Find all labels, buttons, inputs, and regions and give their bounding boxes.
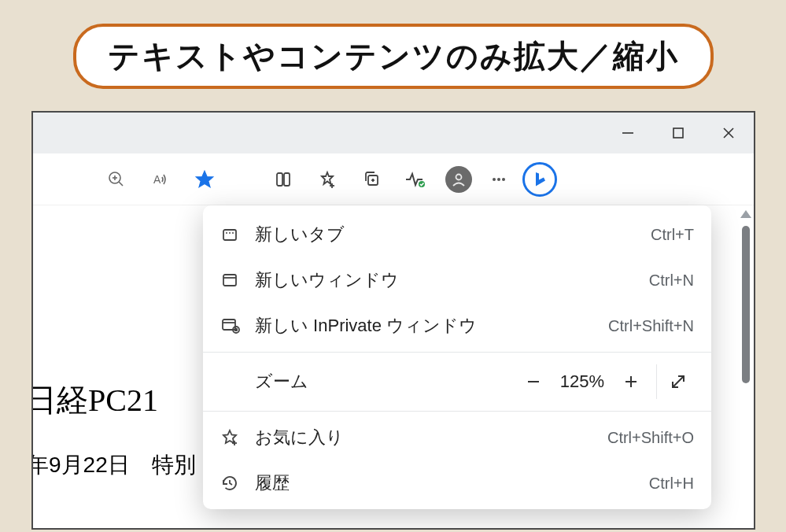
menu-shortcut: Ctrl+N xyxy=(649,272,694,290)
scroll-up-arrow-icon[interactable] xyxy=(740,210,751,218)
history-icon xyxy=(220,474,255,493)
svg-rect-1 xyxy=(673,128,683,138)
favorites-icon xyxy=(220,428,255,447)
svg-rect-23 xyxy=(223,230,236,240)
svg-rect-10 xyxy=(277,173,282,186)
menu-shortcut: Ctrl+Shift+O xyxy=(607,429,694,447)
menu-divider xyxy=(203,411,711,412)
figure-caption-container: テキストやコンテンツのみ拡大／縮小 xyxy=(31,24,755,89)
browser-toolbar: A xyxy=(33,153,754,205)
collections-icon[interactable] xyxy=(349,164,393,195)
svg-line-36 xyxy=(673,376,684,387)
menu-item-new-window[interactable]: 新しいウィンドウ Ctrl+N xyxy=(203,257,711,303)
new-tab-icon xyxy=(220,225,255,244)
menu-item-zoom: ズーム 125% xyxy=(203,356,711,408)
window-close-button[interactable] xyxy=(703,113,754,153)
window-titlebar xyxy=(33,113,754,153)
figure-caption: テキストやコンテンツのみ拡大／縮小 xyxy=(73,24,714,89)
zoom-in-icon[interactable] xyxy=(94,164,138,195)
zoom-label: ズーム xyxy=(255,370,515,393)
menu-shortcut: Ctrl+T xyxy=(651,226,694,244)
vertical-scrollbar[interactable] xyxy=(740,210,752,522)
performance-icon[interactable] xyxy=(393,164,437,195)
menu-item-new-tab[interactable]: 新しいタブ Ctrl+T xyxy=(203,212,711,257)
menu-label: 新しい InPrivate ウィンドウ xyxy=(255,314,608,338)
menu-label: 新しいタブ xyxy=(255,223,651,246)
svg-point-24 xyxy=(226,232,227,234)
more-menu-button[interactable] xyxy=(480,164,518,195)
menu-divider xyxy=(203,352,711,353)
zoom-value: 125% xyxy=(552,371,612,392)
svg-rect-11 xyxy=(284,173,290,186)
svg-point-22 xyxy=(502,178,505,181)
svg-text:A: A xyxy=(153,173,161,186)
bing-chat-button[interactable] xyxy=(522,162,557,197)
read-aloud-icon[interactable]: A xyxy=(138,164,183,195)
settings-menu: 新しいタブ Ctrl+T 新しいウィンドウ Ctrl+N 新しい InPriva… xyxy=(203,205,711,509)
new-window-icon xyxy=(220,271,255,290)
split-screen-icon[interactable] xyxy=(261,164,305,195)
menu-item-new-inprivate[interactable]: 新しい InPrivate ウィンドウ Ctrl+Shift+N xyxy=(203,303,711,349)
svg-marker-9 xyxy=(196,171,213,187)
browser-window: A 日経PC21 年9月22日 特別 xyxy=(31,111,755,530)
svg-marker-12 xyxy=(322,172,333,184)
svg-point-21 xyxy=(497,178,500,181)
profile-button[interactable] xyxy=(445,166,472,193)
window-maximize-button[interactable] xyxy=(653,113,703,153)
menu-shortcut: Ctrl+Shift+N xyxy=(608,317,694,335)
menu-label: 新しいウィンドウ xyxy=(255,268,649,292)
scrollbar-thumb[interactable] xyxy=(742,226,750,383)
menu-label: 履歴 xyxy=(255,471,649,495)
svg-point-19 xyxy=(456,174,462,179)
svg-line-5 xyxy=(119,182,123,186)
menu-item-favorites[interactable]: お気に入り Ctrl+Shift+O xyxy=(203,415,711,460)
zoom-in-button[interactable] xyxy=(612,364,650,399)
svg-rect-32 xyxy=(234,328,238,331)
menu-item-history[interactable]: 履歴 Ctrl+H xyxy=(203,460,711,506)
inprivate-icon xyxy=(220,316,255,335)
fullscreen-button[interactable] xyxy=(656,364,699,399)
favorites-list-icon[interactable] xyxy=(305,164,349,195)
svg-point-20 xyxy=(493,178,496,181)
menu-shortcut: Ctrl+H xyxy=(649,475,694,493)
window-minimize-button[interactable] xyxy=(603,113,653,153)
zoom-out-button[interactable] xyxy=(515,364,552,399)
menu-label: お気に入り xyxy=(255,426,607,449)
svg-rect-27 xyxy=(223,275,236,286)
favorites-star-icon[interactable] xyxy=(183,164,227,195)
content-area: 日経PC21 年9月22日 特別 新しいタブ Ctrl+T 新しいウィンドウ C… xyxy=(33,205,754,528)
svg-point-26 xyxy=(232,232,234,234)
svg-point-25 xyxy=(229,232,231,234)
